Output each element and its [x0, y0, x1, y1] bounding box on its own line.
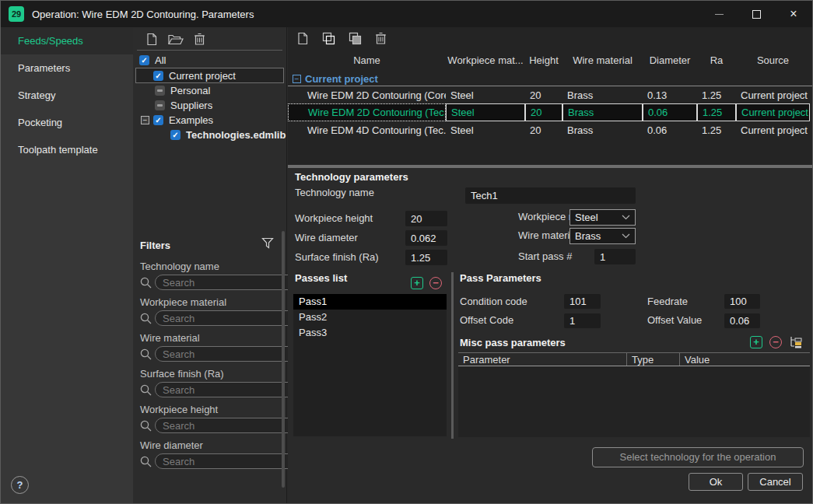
- wire-material-select[interactable]: Brass: [569, 228, 636, 244]
- cell-name[interactable]: Wire EDM 4D Contouring (Tec...: [288, 121, 446, 138]
- maximize-button[interactable]: [738, 1, 775, 27]
- remove-misc-parameter-button[interactable]: −: [769, 336, 782, 348]
- cell-diameter[interactable]: 0.06: [643, 121, 697, 138]
- wire-diameter-label: Wire diameter: [295, 232, 358, 244]
- cell-source[interactable]: Current project: [736, 86, 810, 103]
- table-row[interactable]: Wire EDM 4D Contouring (Tec... Steel 20 …: [288, 121, 812, 138]
- misc-column-parameter[interactable]: Parameter: [458, 353, 626, 366]
- tree-item-examples[interactable]: − ✓ Examples: [133, 113, 286, 128]
- checkbox-unchecked-icon[interactable]: [155, 86, 165, 96]
- cell-diameter[interactable]: 0.06: [643, 103, 697, 121]
- open-library-button[interactable]: [168, 33, 184, 46]
- copy-icon: [322, 32, 335, 45]
- table-row-selected[interactable]: Wire EDM 2D Contouring (Tec... Steel 20 …: [288, 103, 812, 121]
- cell-name[interactable]: Wire EDM 2D Contouring (Core...: [288, 86, 446, 103]
- cell-name[interactable]: Wire EDM 2D Contouring (Tec...: [288, 103, 446, 121]
- parameter-tree-icon[interactable]: [789, 336, 803, 352]
- checkbox-checked-icon[interactable]: ✓: [170, 130, 180, 140]
- minimize-button[interactable]: [700, 1, 738, 27]
- technology-name-input[interactable]: [465, 187, 636, 204]
- delete-library-button[interactable]: [194, 33, 205, 46]
- filters-title: Filters: [140, 240, 170, 251]
- passes-list-title: Passes list: [295, 272, 347, 284]
- tech-parameters-title: Technology parameters: [295, 171, 408, 183]
- cell-height[interactable]: 20: [525, 103, 562, 121]
- table-group-current-project[interactable]: − Current project: [288, 72, 812, 86]
- sidebar-item-toolpath-template[interactable]: Toolpath template: [1, 136, 133, 163]
- cell-wire[interactable]: Brass: [562, 86, 643, 103]
- column-header-wire-material[interactable]: Wire material: [562, 54, 643, 66]
- tree-item-technologies-edmlib[interactable]: ✓ Technologies.edmlib: [133, 128, 286, 142]
- cell-height[interactable]: 20: [525, 86, 562, 103]
- checkbox-checked-icon[interactable]: ✓: [139, 55, 149, 65]
- misc-parameters-table-body[interactable]: [458, 366, 810, 437]
- column-header-height[interactable]: Height: [525, 54, 562, 66]
- cancel-button[interactable]: Cancel: [748, 473, 803, 491]
- duplicate-technology-button[interactable]: [349, 32, 362, 45]
- new-library-button[interactable]: [145, 33, 158, 46]
- surface-finish-input[interactable]: [405, 250, 447, 265]
- workpiece-material-select[interactable]: Steel: [569, 209, 636, 226]
- cell-ra[interactable]: 1.25: [697, 103, 736, 121]
- offset-code-input[interactable]: [564, 313, 601, 328]
- delete-technology-button[interactable]: [375, 32, 387, 45]
- cell-ra[interactable]: 1.25: [697, 86, 736, 103]
- cell-height[interactable]: 20: [525, 121, 562, 138]
- misc-column-type[interactable]: Type: [626, 353, 679, 366]
- search-icon: [139, 455, 152, 468]
- filter-label-wire-diameter: Wire diameter: [133, 439, 282, 451]
- cell-material[interactable]: Steel: [446, 86, 525, 103]
- select-technology-button[interactable]: Select technology for the operation: [592, 447, 804, 467]
- feedrate-input[interactable]: [724, 294, 760, 309]
- column-header-ra[interactable]: Ra: [697, 54, 736, 66]
- vertical-divider: [451, 272, 454, 439]
- search-icon: [139, 419, 152, 432]
- cell-source[interactable]: Current project: [736, 103, 810, 121]
- sidebar-item-parameters[interactable]: Parameters: [1, 54, 133, 82]
- help-button[interactable]: ?: [11, 476, 29, 494]
- tree-item-label: Technologies.edmlib: [186, 129, 286, 141]
- ok-button[interactable]: Ok: [689, 473, 743, 491]
- column-header-diameter[interactable]: Diameter: [643, 54, 697, 66]
- add-misc-parameter-button[interactable]: +: [750, 336, 762, 348]
- tree-item-all[interactable]: ✓ All: [133, 53, 286, 68]
- checkbox-unchecked-icon[interactable]: [155, 100, 165, 110]
- cell-source[interactable]: Current project: [736, 121, 810, 138]
- sidebar-item-pocketing[interactable]: Pocketing: [1, 109, 133, 136]
- sidebar-item-feeds-speeds[interactable]: Feeds/Speeds: [1, 27, 133, 54]
- table-row[interactable]: Wire EDM 2D Contouring (Core... Steel 20…: [288, 86, 812, 103]
- collapse-icon[interactable]: −: [141, 116, 149, 124]
- tree-scrollbar[interactable]: [282, 231, 285, 488]
- tree-item-current-project[interactable]: ✓ Current project: [135, 68, 284, 83]
- misc-column-value[interactable]: Value: [679, 353, 810, 366]
- condition-code-input[interactable]: [564, 294, 601, 309]
- tree-item-suppliers[interactable]: Suppliers: [133, 98, 286, 113]
- copy-technology-button[interactable]: [322, 32, 335, 45]
- wire-diameter-input[interactable]: [405, 230, 447, 246]
- tree-item-personal[interactable]: Personal: [133, 83, 286, 98]
- checkbox-checked-icon[interactable]: ✓: [153, 71, 163, 81]
- collapse-icon[interactable]: −: [293, 75, 301, 83]
- column-header-name[interactable]: Name: [288, 54, 446, 66]
- workpiece-height-input[interactable]: [405, 211, 447, 226]
- start-pass-input[interactable]: [594, 249, 636, 264]
- cell-wire[interactable]: Brass: [562, 121, 643, 138]
- pass-item[interactable]: Pass3: [293, 325, 447, 341]
- remove-pass-button[interactable]: −: [429, 277, 442, 289]
- column-header-source[interactable]: Source: [736, 54, 810, 66]
- close-button[interactable]: ×: [775, 1, 812, 27]
- cell-ra[interactable]: 1.25: [697, 121, 736, 138]
- cell-diameter[interactable]: 0.13: [643, 86, 697, 103]
- pass-item[interactable]: Pass2: [293, 310, 447, 325]
- filter-funnel-icon[interactable]: [261, 237, 274, 253]
- cell-wire[interactable]: Brass: [562, 103, 643, 121]
- cell-material[interactable]: Steel: [446, 103, 525, 121]
- cell-material[interactable]: Steel: [446, 121, 525, 138]
- checkbox-checked-icon[interactable]: ✓: [153, 115, 163, 125]
- new-technology-button[interactable]: [296, 32, 309, 45]
- sidebar-item-strategy[interactable]: Strategy: [1, 82, 133, 109]
- column-header-workpiece-material[interactable]: Workpiece mat...: [446, 54, 525, 66]
- offset-value-input[interactable]: [724, 313, 760, 328]
- add-pass-button[interactable]: +: [411, 277, 423, 289]
- pass-item-selected[interactable]: Pass1: [293, 294, 447, 310]
